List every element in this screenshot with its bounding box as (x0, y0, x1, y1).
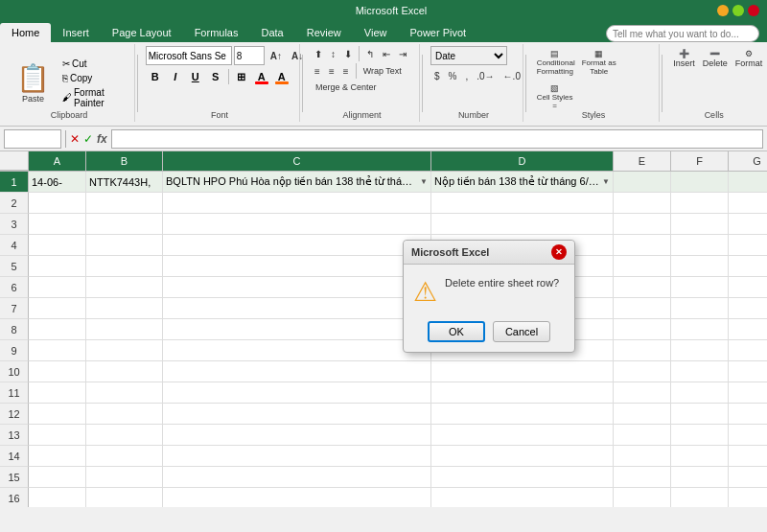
dialog-content: ⚠ Delete entire sheet row? (404, 265, 574, 315)
warning-icon: ⚠ (413, 276, 437, 308)
dialog-message: Delete entire sheet row? (445, 276, 559, 290)
dialog-close-button[interactable]: ✕ (551, 244, 567, 260)
ok-button[interactable]: OK (428, 321, 485, 342)
dialog-title: Microsoft Excel (411, 246, 489, 258)
dialog-title-bar: Microsoft Excel ✕ (404, 241, 574, 265)
dialog-buttons: OK Cancel (404, 315, 574, 352)
cancel-button[interactable]: Cancel (493, 321, 550, 342)
dialog-box: Microsoft Excel ✕ ⚠ Delete entire sheet … (403, 240, 575, 353)
dialog-overlay: Microsoft Excel ✕ ⚠ Delete entire sheet … (0, 0, 767, 532)
